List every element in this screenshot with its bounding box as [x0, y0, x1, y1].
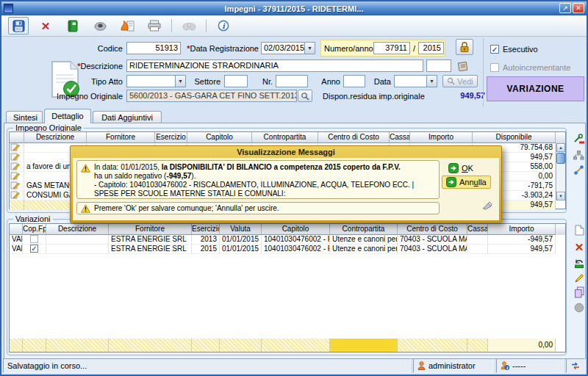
esecutivo-label: Esecutivo	[503, 45, 538, 54]
status-sync[interactable]	[566, 358, 585, 373]
copy-button[interactable]	[572, 285, 587, 300]
archive-button[interactable]	[62, 17, 83, 35]
impegno-table-header: Descrizione Fornitore Esercizio Capitolo…	[10, 132, 565, 143]
notes-button[interactable]	[456, 59, 470, 73]
nr-field[interactable]	[276, 75, 308, 87]
autoincrementante-checkbox[interactable]	[490, 63, 499, 72]
tab-dati-aggiuntivi[interactable]: Dati Aggiuntivi	[93, 111, 162, 123]
tipo-atto-dropdown[interactable]: ▼	[175, 75, 186, 87]
data-registrazione-dropdown[interactable]: ▼	[304, 42, 315, 54]
sync-icon	[570, 361, 581, 370]
col-cop-fpv: Cop.Fpv.	[23, 224, 46, 235]
anno-atto-field[interactable]	[343, 75, 365, 87]
copy-icon	[574, 286, 585, 298]
variazioni-table: Cop.Fpv. Descrizione Fornitore Esercizio…	[9, 223, 566, 352]
key-remove-button[interactable]	[571, 131, 586, 146]
status-message: Salvataggio in corso...	[3, 358, 411, 373]
col-valuta: Valuta	[220, 224, 262, 235]
tab-sintesi[interactable]: Sintesi	[6, 111, 43, 123]
descrizione-extra-field[interactable]	[426, 59, 451, 72]
col-centro-di-costo: Centro di Costo	[398, 224, 467, 235]
titlebar: Impegni - 37911/2015 - RIDETERMI... ↗ ✕	[1, 1, 587, 15]
search-button[interactable]	[179, 17, 199, 35]
export-document-button[interactable]	[117, 17, 137, 35]
col-importo: Importo	[488, 224, 556, 235]
descrizione-field[interactable]: RIDETERMINAZIONE STRAORDINARIA	[126, 59, 423, 72]
col-fornitore: Fornitore	[109, 224, 192, 235]
undo-icon	[573, 258, 585, 269]
record-circle-icon	[574, 303, 584, 313]
message-1-text: In data: 01/01/2015, la DISPONIBILITA' D…	[94, 163, 435, 196]
data-atto-dropdown[interactable]: ▼	[426, 75, 437, 87]
print-icon	[148, 20, 161, 32]
ok-button[interactable]: OK	[445, 162, 477, 174]
data-registrazione-field[interactable]: 02/03/2015	[261, 42, 305, 54]
variazioni-table-header: Cop.Fpv. Descrizione Fornitore Esercizio…	[10, 224, 565, 235]
row-edit-icon	[10, 181, 20, 189]
save-button[interactable]	[8, 17, 29, 35]
col-centro-di-costo: Centro di Costo	[318, 132, 390, 143]
tab-dettaglio[interactable]: Dettaglio	[44, 109, 91, 123]
restore-button[interactable]: ↗	[559, 3, 571, 13]
window-title: Impegni - 37911/2015 - RIDETERMI...	[225, 4, 364, 13]
stamp-icon	[481, 200, 493, 211]
scroll-down-icon[interactable]: ▼	[556, 192, 565, 200]
new-page-icon	[575, 225, 584, 236]
camera-icon	[94, 21, 107, 31]
main-toolbar: ✕ i	[1, 15, 587, 37]
info-button[interactable]: i	[213, 17, 234, 35]
data-atto-field[interactable]	[394, 75, 427, 87]
variazioni-total-importo: 0,00	[488, 339, 556, 352]
col-esercizio: Esercizio	[155, 132, 187, 143]
record-button[interactable]	[572, 300, 587, 315]
codice-field[interactable]: 51913	[126, 42, 181, 54]
tipo-atto-field[interactable]	[126, 75, 176, 87]
variazione-button[interactable]: VARIAZIONE	[487, 76, 584, 101]
anno-field[interactable]: 2015	[418, 42, 444, 54]
close-button[interactable]: ✕	[573, 3, 584, 13]
message-box-2: Premere 'Ok' per salvare comunque; 'Annu…	[76, 202, 440, 214]
highlighted-total-cell	[330, 339, 398, 352]
row-edit-icon	[10, 153, 20, 161]
autoincrementante-row: Autoincrementante	[490, 63, 570, 72]
impegno-scrollbar[interactable]: ▲ ▼	[556, 143, 565, 200]
edit-button[interactable]	[572, 270, 587, 285]
camera-button[interactable]	[90, 17, 110, 35]
vedi-button[interactable]: Vedi	[442, 75, 478, 87]
impegno-search-button[interactable]	[298, 90, 312, 102]
annulla-arrow-icon	[446, 177, 456, 187]
annulla-button[interactable]: Annulla	[442, 176, 491, 189]
table-row[interactable]: VAR ESTRA ENERGIE SRL 2013 01/01/2015 10…	[10, 235, 565, 245]
link-button[interactable]	[571, 162, 586, 177]
magnifier-icon	[447, 77, 455, 85]
numero-anno-separator: /	[412, 44, 417, 54]
numero-anno-label: Numero/anno	[324, 44, 371, 54]
lock-icon	[459, 41, 470, 53]
relations-button[interactable]	[571, 148, 586, 162]
print-button[interactable]	[144, 17, 165, 35]
export-document-icon	[121, 20, 135, 32]
new-row-button[interactable]	[572, 223, 587, 237]
ok-arrow-icon	[448, 163, 459, 173]
esecutivo-checkbox[interactable]: ✓	[490, 45, 499, 54]
lock-button[interactable]	[456, 39, 473, 55]
dialog-title: Visualizzazione Messaggi	[71, 146, 501, 158]
col-descrizione: Descrizione	[24, 132, 87, 143]
vedi-label: Vedi	[457, 77, 473, 86]
settore-field[interactable]	[224, 75, 248, 87]
numero-field[interactable]: 37911	[373, 42, 410, 54]
scroll-up-icon[interactable]: ▲	[556, 143, 565, 152]
col-capitolo: Capitolo	[187, 132, 252, 143]
delete-row-button[interactable]: ✕	[572, 239, 587, 254]
cop-fpv-checkbox[interactable]: ✓	[30, 245, 38, 253]
scroll-thumb[interactable]	[556, 153, 565, 164]
message-box-1: In data: 01/01/2015, la DISPONIBILITA' D…	[76, 160, 440, 199]
cancel-button[interactable]: ✕	[35, 17, 56, 35]
table-row[interactable]: VAR ✓ ESTRA ENERGIE SRL 2015 01/01/2015 …	[10, 245, 565, 254]
status-session: i -----	[496, 358, 564, 373]
cop-fpv-checkbox[interactable]	[30, 235, 38, 243]
col-contropartita: Contropartita	[330, 224, 398, 235]
undo-button[interactable]	[572, 256, 587, 270]
form-divider	[483, 38, 484, 107]
col-contropartita: Contropartita	[252, 132, 318, 143]
